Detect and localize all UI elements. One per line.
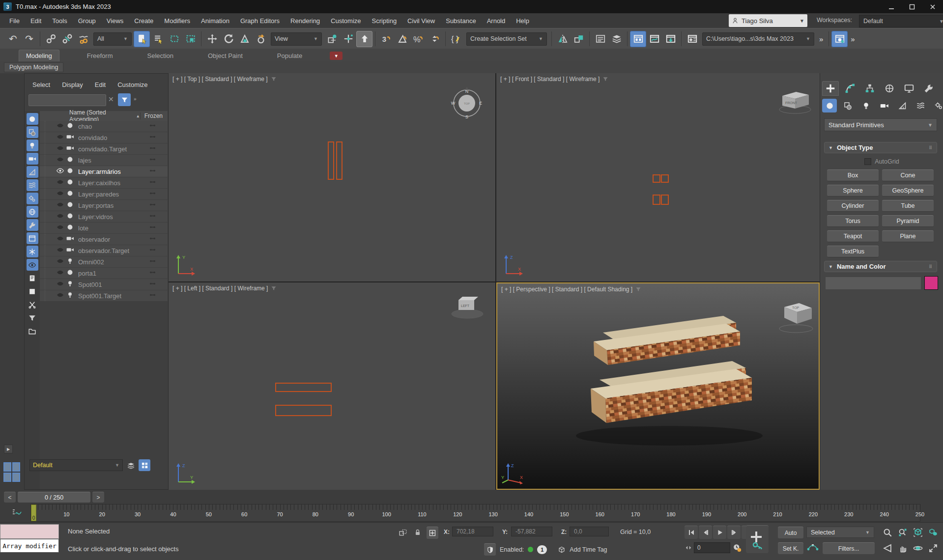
object-name[interactable]: observador xyxy=(78,236,148,243)
time-tag-cube-icon[interactable] xyxy=(558,546,566,554)
frozen-toggle-icon[interactable] xyxy=(148,178,157,188)
frozen-toggle-icon[interactable] xyxy=(148,121,157,131)
display-list-view-button[interactable] xyxy=(27,272,38,284)
filter-bones-button[interactable] xyxy=(27,219,38,231)
object-name[interactable]: chao xyxy=(78,123,148,130)
scene-explorer-toggle[interactable] xyxy=(608,31,625,47)
orbit-button[interactable] xyxy=(910,540,925,556)
show-frozen-toggle-button[interactable] xyxy=(27,246,38,257)
frozen-toggle-icon[interactable] xyxy=(148,200,157,210)
window-crossing-toggle[interactable] xyxy=(182,31,199,47)
viewport-top[interactable]: [ + ] [ Top ] [ Standard ] [ Wireframe ]… xyxy=(169,73,495,281)
object-name[interactable]: Layer:armários xyxy=(78,168,148,175)
eye-closed-icon[interactable] xyxy=(56,144,64,154)
ribbon-tab-populate[interactable]: Populate xyxy=(270,50,309,61)
wireframe-object[interactable] xyxy=(661,195,669,205)
frozen-toggle-icon[interactable] xyxy=(148,291,157,301)
object-name[interactable]: convidado.Target xyxy=(78,145,148,153)
toolbar-overflow-chevron[interactable]: » xyxy=(819,35,823,43)
category-helpers[interactable] xyxy=(895,99,910,112)
filter-geometry-button[interactable] xyxy=(27,113,38,125)
menu-arnold[interactable]: Arnold xyxy=(482,13,511,28)
tab-utilities[interactable] xyxy=(920,81,937,96)
viewport-front-label[interactable]: [ + ] [ Front ] [ Standard ] [ Wireframe… xyxy=(500,76,608,83)
eye-closed-icon[interactable] xyxy=(56,268,64,278)
menu-group[interactable]: Group xyxy=(73,13,101,28)
category-shapes[interactable] xyxy=(840,99,855,112)
frozen-toggle-icon[interactable] xyxy=(148,144,157,154)
tab-modify[interactable] xyxy=(842,81,858,96)
redo-button[interactable]: ↷ xyxy=(21,31,37,47)
key-mode-dropdown[interactable]: Selected ▼ xyxy=(806,527,874,538)
wireframe-object[interactable] xyxy=(328,141,334,180)
tab-motion[interactable] xyxy=(881,81,898,96)
frozen-toggle-icon[interactable] xyxy=(148,257,157,267)
wireframe-object[interactable] xyxy=(653,195,660,205)
select-and-manipulate-button[interactable] xyxy=(340,31,356,47)
viewport-top-label[interactable]: [ + ] [ Top ] [ Standard ] [ Wireframe ] xyxy=(172,76,277,83)
object-name[interactable]: porta1 xyxy=(78,270,148,277)
folder-view-button[interactable] xyxy=(27,325,38,337)
pan-view-button[interactable] xyxy=(895,540,910,556)
enabled-count-badge[interactable]: 1 xyxy=(537,545,547,554)
menu-customize[interactable]: Customize xyxy=(325,13,366,28)
scene-object-row[interactable]: Spot001.Target xyxy=(40,290,168,302)
edit-named-selection-sets-button[interactable]: { } xyxy=(448,31,464,47)
curve-editor-button[interactable] xyxy=(630,31,646,47)
rendered-frame-window-button[interactable] xyxy=(662,31,679,47)
explorer-column-header[interactable]: Name (Sorted Ascending) ▲ Frozen xyxy=(40,111,168,121)
render-flyout-chevron[interactable]: » xyxy=(851,35,855,43)
maxscript-macro-recorder-field[interactable] xyxy=(0,524,59,539)
explorer-overflow-chevron[interactable]: » xyxy=(134,96,137,102)
align-button[interactable] xyxy=(571,31,587,47)
frozen-toggle-icon[interactable] xyxy=(148,223,157,233)
z-coordinate-field[interactable]: 0,0 xyxy=(570,527,609,536)
menu-animation[interactable]: Animation xyxy=(196,13,235,28)
pyramid-button[interactable]: Pyramid xyxy=(882,215,934,227)
menu-create[interactable]: Create xyxy=(129,13,159,28)
shield-icon[interactable] xyxy=(484,543,496,556)
object-name-field[interactable] xyxy=(825,277,921,290)
scene-object-row[interactable]: lote xyxy=(40,223,168,234)
select-object-button[interactable] xyxy=(134,31,150,47)
explorer-menu-edit[interactable]: Edit xyxy=(90,80,111,90)
advanced-filter-button[interactable] xyxy=(27,312,38,324)
scene-object-row[interactable]: lajes xyxy=(40,155,168,166)
viewport-gizmo-left[interactable]: LEFT xyxy=(448,294,487,320)
scene-object-row[interactable]: Omni002 xyxy=(40,256,168,268)
filter-lights-button[interactable] xyxy=(27,140,38,151)
current-frame-field[interactable]: 0 xyxy=(694,542,730,553)
frozen-toggle-icon[interactable] xyxy=(148,268,157,278)
manage-layers-button[interactable] xyxy=(592,31,608,47)
frozen-toggle-icon[interactable] xyxy=(148,212,157,222)
set-key-button[interactable]: Set K. xyxy=(778,542,803,554)
object-name[interactable]: Layer:paredes xyxy=(78,191,148,198)
menu-edit[interactable]: Edit xyxy=(25,13,47,28)
selection-lock-icon[interactable] xyxy=(412,527,424,538)
wireframe-object[interactable] xyxy=(336,141,343,180)
geosphere-button[interactable]: GeoSphere xyxy=(882,185,934,196)
object-name[interactable]: Omni002 xyxy=(78,258,148,266)
menu-views[interactable]: Views xyxy=(101,13,129,28)
object-name[interactable]: Spot001.Target xyxy=(78,292,148,300)
object-name[interactable]: lote xyxy=(78,224,148,232)
percent-snap-toggle[interactable]: % xyxy=(410,31,427,47)
workspace-dropdown[interactable]: Default ▼ xyxy=(859,15,943,28)
eye-closed-icon[interactable] xyxy=(56,234,64,244)
object-name[interactable]: Spot001 xyxy=(78,281,148,288)
unlink-selection-button[interactable] xyxy=(59,31,75,47)
menu-file[interactable]: File xyxy=(4,13,25,28)
cylinder-button[interactable]: Cylinder xyxy=(827,200,879,212)
explorer-menu-customize[interactable]: Customize xyxy=(113,80,152,90)
category-cameras[interactable] xyxy=(877,99,891,112)
viewport-compass[interactable]: TOP N S E W xyxy=(450,86,484,120)
play-animation-button[interactable] xyxy=(713,526,726,539)
eye-closed-icon[interactable] xyxy=(56,291,64,301)
wireframe-object[interactable] xyxy=(661,174,669,183)
time-slider-handle[interactable]: 0 xyxy=(31,504,36,521)
frozen-toggle-icon[interactable] xyxy=(148,246,157,255)
scene-object-row[interactable]: convidado.Target xyxy=(40,143,168,155)
viewport-label-text[interactable]: [ + ] [ Perspective ] [ Standard ] [ Def… xyxy=(501,286,632,293)
object-name[interactable]: observador.Target xyxy=(78,247,148,254)
frozen-toggle-icon[interactable] xyxy=(148,189,157,199)
